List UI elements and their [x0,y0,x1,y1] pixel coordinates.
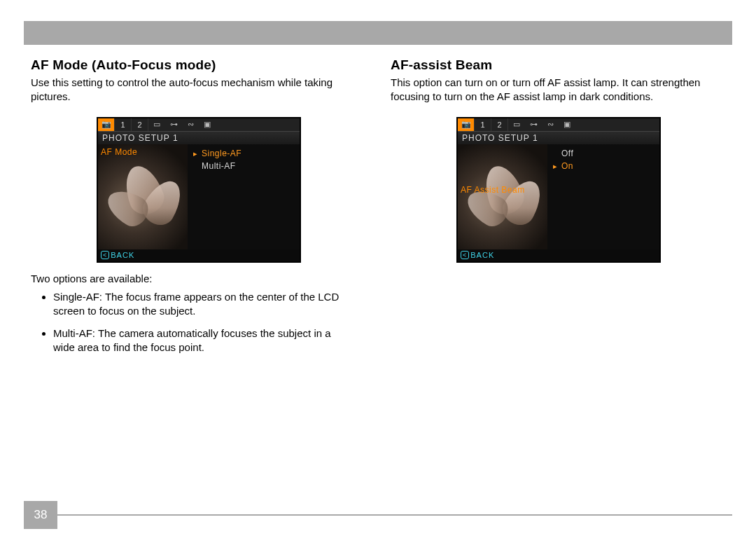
options-intro: Two options are available: [31,273,365,284]
document-page: AF Mode (Auto-Focus mode) Use this setti… [0,0,756,550]
column-af-assist-beam: AF-assist Beam This option can turn on o… [391,57,725,364]
lcd-tab-2: 2 [491,118,508,131]
back-key-icon: < [101,251,109,259]
lcd-frame: 📷 1 2 ▭ ⊶ ∾ ▣ PHOTO SETUP 1 [456,117,661,263]
lcd-tab-1: 1 [115,118,132,131]
lcd-option-list: Single-AF Multi-AF [188,144,300,249]
lcd-screenshot-af-assist: 📷 1 2 ▭ ⊶ ∾ ▣ PHOTO SETUP 1 [456,117,725,263]
lcd-option-multi-af: Multi-AF [190,160,300,172]
options-list: Single-AF: The focus frame appears on th… [31,290,365,355]
lcd-selected-item: AF Mode [101,147,137,157]
lcd-screenshot-af-mode: 📷 1 2 ▭ ⊶ ∾ ▣ PHOTO SETUP 1 [97,117,365,263]
lcd-preview-image: AF Mode [98,144,188,249]
lcd-tabs: 📷 1 2 ▭ ⊶ ∾ ▣ [458,118,659,132]
lcd-tab-1: 1 [475,118,491,131]
lcd-back-label: BACK [470,251,494,259]
heading-af-assist-beam: AF-assist Beam [391,57,725,73]
header-band [24,21,732,45]
lcd-tab-2: 2 [132,118,148,131]
lcd-tab-icon: ▭ [508,118,525,131]
lcd-option-single-af: Single-AF [190,147,300,160]
lcd-tab-icon: ⊶ [525,118,542,131]
lcd-preview-image: AF Assist Beam [458,144,547,249]
lcd-tab-camera-icon: 📷 [98,118,115,131]
lcd-footer: <BACK [458,249,659,261]
lcd-tab-icon: ∾ [182,118,199,131]
heading-af-mode: AF Mode (Auto-Focus mode) [31,57,365,73]
lcd-option-on: On [550,160,659,172]
lcd-frame: 📷 1 2 ▭ ⊶ ∾ ▣ PHOTO SETUP 1 [97,117,301,263]
lcd-tab-icon: ▣ [559,118,575,131]
lcd-body: AF Mode Single-AF Multi-AF [98,144,300,249]
lcd-back-label: BACK [111,251,134,259]
lcd-option-off: Off [550,147,659,160]
lcd-tab-icon: ▣ [199,118,216,131]
lcd-selected-item: AF Assist Beam [461,185,525,195]
lcd-option-list: Off On [547,144,659,249]
footer-rule [57,514,732,516]
lcd-tabs: 📷 1 2 ▭ ⊶ ∾ ▣ [98,118,300,132]
desc-af-mode: Use this setting to control the auto-foc… [31,76,365,104]
back-key-icon: < [461,251,469,259]
lcd-tab-icon: ⊶ [165,118,182,131]
lcd-section-title: PHOTO SETUP 1 [98,132,300,144]
lcd-footer: <BACK [98,249,300,261]
lcd-tab-camera-icon: 📷 [458,118,475,131]
desc-af-assist-beam: This option can turn on or turn off AF a… [391,76,725,104]
column-af-mode: AF Mode (Auto-Focus mode) Use this setti… [31,57,365,364]
option-single-af: Single-AF: The focus frame appears on th… [53,290,365,319]
lcd-body: AF Assist Beam Off On [458,144,659,249]
page-number: 38 [24,501,57,529]
option-multi-af: Multi-AF: The camera automatically focus… [53,326,365,355]
lcd-section-title: PHOTO SETUP 1 [458,132,659,144]
lcd-tab-icon: ∾ [542,118,559,131]
content-columns: AF Mode (Auto-Focus mode) Use this setti… [31,57,725,364]
lcd-tab-icon: ▭ [148,118,165,131]
